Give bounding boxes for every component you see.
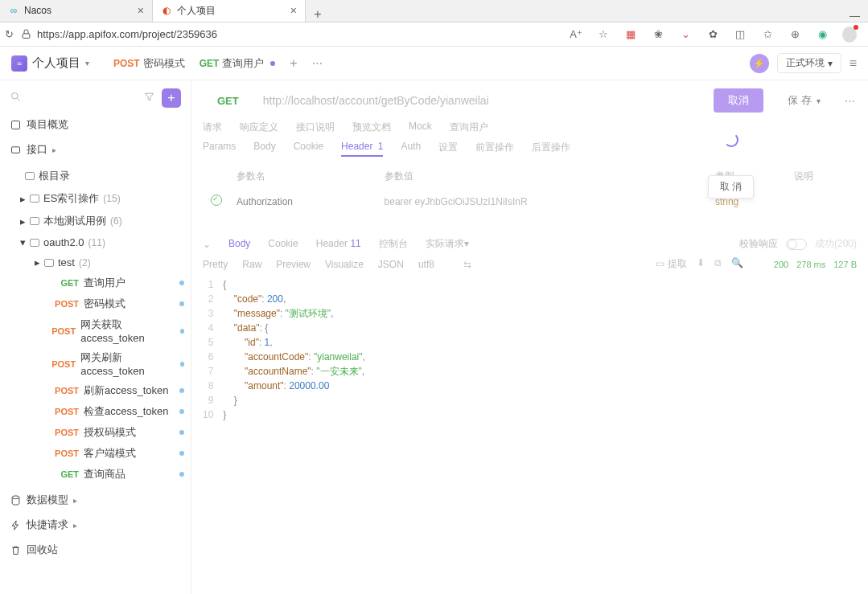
extract-button[interactable]: ▭ 提取 (656, 257, 686, 271)
activity-icon[interactable]: ⚡ (750, 54, 769, 73)
copy-icon[interactable]: ⧉ (714, 257, 722, 271)
tree-folder-es[interactable]: ▸ ES索引操作 (15) (0, 187, 191, 210)
sub-tab[interactable]: Body (253, 141, 275, 157)
refresh-icon[interactable]: ↻ (5, 28, 14, 40)
search-icon[interactable]: 🔍 (731, 257, 743, 271)
browser-tab-nacos[interactable]: ∞ Nacos × (0, 0, 153, 22)
sub-tab[interactable]: 前置操作 (475, 141, 514, 157)
settings-menu-icon[interactable]: ≡ (849, 56, 857, 71)
fmt-tab[interactable]: utf8 (418, 259, 434, 270)
filter-icon[interactable] (143, 91, 155, 105)
table-row[interactable]: Authorization bearer eyJhbGciOiJSUzI1NiI… (204, 190, 855, 213)
project-selector[interactable]: ≈ 个人项目 ▾ (11, 55, 89, 72)
response-tab[interactable]: Header 11 (316, 238, 361, 249)
tree-root[interactable]: 根目录 (0, 165, 191, 187)
check-icon[interactable] (211, 195, 222, 206)
lock-icon (20, 28, 32, 40)
profile-avatar[interactable] (842, 27, 857, 43)
collapse-icon[interactable]: ⌄ (203, 239, 211, 250)
chevron-right-icon: ▸ (73, 496, 81, 505)
fmt-tab[interactable]: JSON (378, 259, 404, 270)
header-value: bearer eyJhbGciOiJSUzI1NiIsInR (378, 190, 707, 213)
sidebar-item-quick-request[interactable]: 快捷请求 ▸ (0, 514, 191, 536)
add-button[interactable]: + (162, 88, 181, 108)
api-item[interactable]: POST客户端模式 (0, 443, 191, 464)
sub-tab[interactable]: Cookie (294, 141, 323, 157)
tree-folder-local[interactable]: ▸ 本地测试用例 (6) (0, 210, 191, 232)
api-name: 网关获取access_token (80, 317, 175, 344)
fmt-tab[interactable]: Preview (276, 259, 311, 270)
method-badge: POST (50, 407, 79, 416)
more-icon[interactable]: ⋯ (845, 95, 857, 107)
sidebar-icon[interactable]: ◫ (733, 28, 747, 40)
api-item[interactable]: POST检查access_token (0, 401, 191, 422)
file-tab-password[interactable]: POST 密码模式 (113, 56, 185, 71)
status-dot-icon (179, 472, 184, 477)
sidebar-item-overview[interactable]: 项目概览 (0, 113, 191, 136)
count-badge: (6) (110, 215, 122, 227)
reader-icon[interactable]: A⁺ (569, 28, 583, 40)
response-tab[interactable]: 实际请求▾ (426, 238, 469, 249)
sub-tab[interactable]: 设置 (438, 141, 458, 157)
close-icon[interactable]: × (138, 4, 144, 17)
search-icon[interactable] (10, 91, 22, 105)
api-item[interactable]: GET查询用户 (0, 272, 191, 293)
extension-icon[interactable]: ✿ (706, 28, 720, 40)
top-tab[interactable]: 接口说明 (296, 121, 335, 134)
api-name: 查询商品 (84, 467, 125, 481)
api-item[interactable]: POST授权码模式 (0, 422, 191, 443)
api-item[interactable]: GET查询商品 (0, 464, 191, 485)
top-tab[interactable]: 请求 (203, 121, 222, 134)
sidebar-item-recycle[interactable]: 回收站 (0, 539, 191, 561)
download-icon[interactable]: ⬇ (697, 257, 705, 271)
minimize-icon[interactable]: — (849, 10, 860, 22)
new-file-tab[interactable]: + (290, 56, 297, 71)
api-item[interactable]: POST网关刷新access_token (0, 347, 191, 380)
top-tab[interactable]: 预览文档 (352, 121, 391, 134)
environment-select[interactable]: 正式环境 ▾ (777, 53, 841, 73)
save-button[interactable]: 保 存 ▾ (773, 88, 835, 113)
edge-icon[interactable]: ◉ (815, 28, 829, 40)
sub-tab[interactable]: Params (203, 141, 236, 157)
more-tabs-icon[interactable]: ⋯ (312, 57, 323, 69)
tree-folder-oauth[interactable]: ▾ oauth2.0 (11) (0, 232, 191, 252)
sidebar-item-data-model[interactable]: 数据模型 ▸ (0, 489, 191, 511)
status-dot-icon (179, 451, 184, 456)
star-icon[interactable]: ☆ (596, 28, 611, 40)
ext-icon[interactable]: ▦ (623, 28, 638, 40)
fmt-tab[interactable]: Visualize (325, 259, 364, 270)
url-input[interactable]: http://localhost/account/getByCode/yianw… (263, 94, 705, 107)
favorites-icon[interactable]: ✩ (760, 28, 775, 40)
sub-tab[interactable]: Header 1 (341, 141, 383, 157)
ext-icon-2[interactable]: ❀ (651, 28, 665, 40)
url-box[interactable]: https://app.apifox.com/project/2359636 (20, 28, 217, 40)
fmt-tab[interactable]: Raw (242, 259, 261, 270)
file-tab-query-user[interactable]: GET 查询用户 (200, 56, 276, 71)
close-icon[interactable]: × (290, 4, 297, 17)
new-tab-button[interactable]: + (306, 7, 330, 22)
sub-tab[interactable]: 后置操作 (532, 141, 570, 157)
collections-icon[interactable]: ⊕ (788, 28, 802, 40)
browser-tab-active[interactable]: ◐ 个人项目 × (153, 0, 306, 22)
format-icon[interactable]: ⇆ (463, 259, 471, 270)
api-item[interactable]: POST刷新access_token (0, 380, 191, 401)
top-tab[interactable]: 查询用户 (450, 121, 488, 134)
response-tab[interactable]: 控制台 (379, 238, 408, 249)
cancel-popover[interactable]: 取 消 (708, 175, 754, 199)
top-tab[interactable]: 响应定义 (240, 121, 278, 134)
send-button[interactable]: 取消 (714, 88, 763, 113)
response-body[interactable]: 1 2 3 4 5 6 7 8 9 10 { "code": 200, "mes… (203, 277, 857, 422)
api-item[interactable]: POST密码模式 (0, 293, 191, 314)
tree-folder-test[interactable]: ▸ test (2) (0, 252, 191, 272)
method-select[interactable]: GET (203, 92, 253, 110)
pocket-icon[interactable]: ⌄ (678, 28, 693, 40)
svg-point-1 (12, 93, 19, 100)
api-item[interactable]: POST网关获取access_token (0, 314, 191, 347)
response-tab[interactable]: Body (228, 238, 250, 249)
verify-toggle[interactable] (786, 239, 807, 250)
fmt-tab[interactable]: Pretty (203, 259, 228, 270)
response-tab[interactable]: Cookie (268, 238, 298, 249)
sub-tab[interactable]: Auth (401, 141, 421, 157)
top-tab[interactable]: Mock (409, 121, 432, 134)
sidebar-item-api[interactable]: 接口 ▸ (0, 138, 191, 161)
